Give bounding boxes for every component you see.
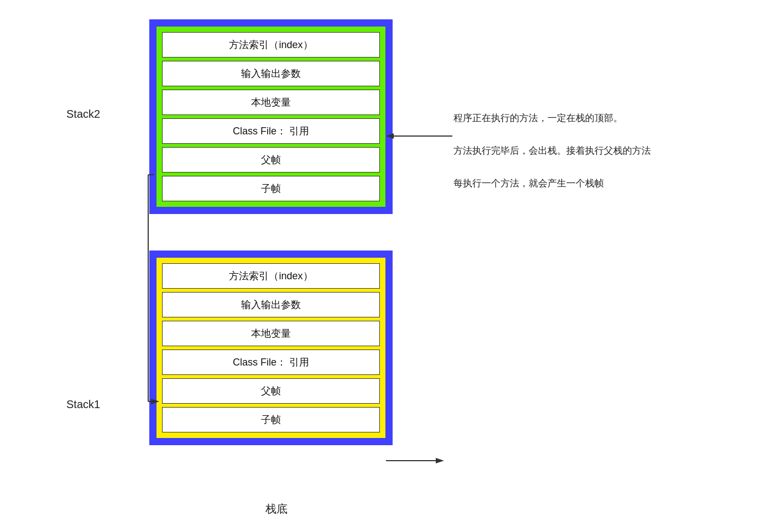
diagram-container: 方法索引（index） 输入输出参数 本地变量 Class File： 引用 父… [0,0,762,532]
annotation-1: 程序正在执行的方法，一定在栈的顶部。 [453,111,686,126]
s1-io-params: 输入输出参数 [162,292,380,317]
s2-class-file: Class File： 引用 [162,118,380,144]
arrow-bottom-right-svg [386,455,447,466]
stack2-label: Stack2 [66,108,100,121]
s2-io-params: 输入输出参数 [162,61,380,86]
s2-local-vars: 本地变量 [162,90,380,115]
s1-method-index: 方法索引（index） [162,263,380,289]
annotations: 程序正在执行的方法，一定在栈的顶部。 方法执行完毕后，会出栈。接着执行父栈的方法… [453,111,686,209]
s1-local-vars: 本地变量 [162,321,380,346]
s2-child-frame: 子帧 [162,176,380,201]
s1-parent-frame: 父帧 [162,378,380,404]
s1-child-frame: 子帧 [162,407,380,432]
s1-class-file: Class File： 引用 [162,350,380,375]
stack1-inner: 方法索引（index） 输入输出参数 本地变量 Class File： 引用 父… [156,258,385,438]
stack2-inner: 方法索引（index） 输入输出参数 本地变量 Class File： 引用 父… [156,27,385,207]
svg-marker-7 [436,458,444,463]
annotation-2: 方法执行完毕后，会出栈。接着执行父栈的方法 [453,143,686,158]
annotation-3: 每执行一个方法，就会产生一个栈帧 [453,176,686,191]
stack2-outer: 方法索引（index） 输入输出参数 本地变量 Class File： 引用 父… [149,19,393,214]
connector-svg [98,175,154,407]
svg-marker-5 [386,133,394,139]
s2-method-index: 方法索引（index） [162,32,380,58]
arrow-right-svg [386,131,458,142]
stack1-label: Stack1 [66,398,100,411]
stack1-outer: 方法索引（index） 输入输出参数 本地变量 Class File： 引用 父… [149,251,393,445]
stack-bottom-label: 栈底 [243,502,310,517]
s2-parent-frame: 父帧 [162,147,380,173]
